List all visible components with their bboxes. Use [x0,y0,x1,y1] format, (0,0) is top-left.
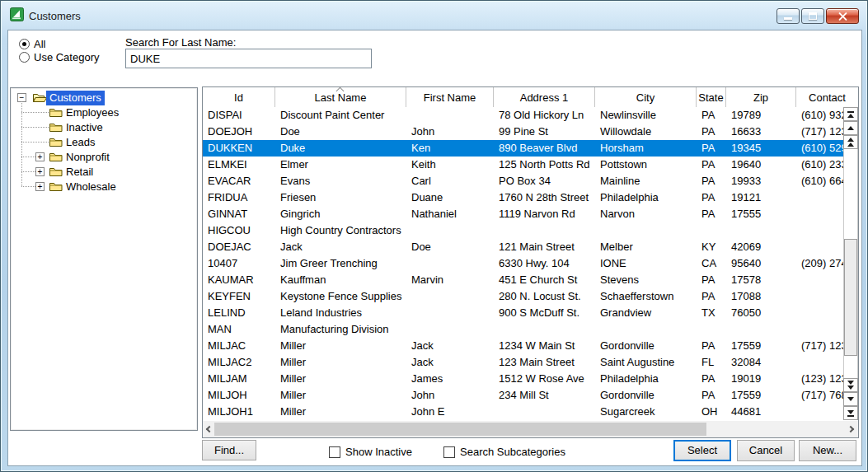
tree-item-retail[interactable]: +Retail [11,164,197,179]
tree-item-leads[interactable]: Leads [11,134,197,149]
table-cell: PA [697,107,726,124]
table-cell: John [406,124,494,140]
table-cell: 19640 [726,157,796,173]
table-row[interactable]: KAUMARKauffmanMarvin451 E Church StSteve… [203,272,843,288]
tree-item-wholesale[interactable]: +Wholesale [11,179,197,194]
page-up-button[interactable] [843,135,858,149]
table-cell: 19933 [726,173,796,189]
titlebar[interactable]: Customers [1,1,867,29]
minimize-button[interactable] [777,8,800,24]
table-cell: (717) 123-1 [796,338,843,354]
scroll-left-button[interactable] [203,421,214,437]
horizontal-scroll-track[interactable] [214,421,847,437]
vertical-scroll-thumb[interactable] [844,239,857,356]
double-down-arrow-icon [847,381,854,385]
table-cell: MILJOH1 [203,404,275,420]
search-last-name-input[interactable] [125,49,372,68]
radio-use-category[interactable] [19,52,30,63]
show-inactive-checkbox[interactable] [329,446,340,458]
table-row[interactable]: GINNATGingrichNathaniel1119 Narvon RdNar… [203,206,843,222]
table-cell: Doe [275,124,406,140]
table-row[interactable]: MILJOHMillerJohn234 Mill StGordonvillePA… [203,387,843,404]
column-header-address-1[interactable]: Address 1 [494,87,595,107]
table-row[interactable]: FRIDUAFriesenDuane1760 N 28th StreetPhil… [203,189,843,206]
scroll-right-button[interactable] [847,421,858,437]
horizontal-scrollbar[interactable] [203,421,858,437]
column-header-zip[interactable]: Zip [726,87,796,107]
expand-icon[interactable]: + [35,182,45,191]
table-cell: (610) 664-3 [796,173,843,189]
vertical-scroll-track[interactable] [843,149,858,378]
table-cell: James [406,371,494,387]
table-cell: GINNAT [203,206,275,222]
table-cell: Keith [406,157,494,173]
table-cell: 17559 [726,387,796,404]
column-header-state[interactable]: State [697,87,726,107]
table-cell: Elmer [275,157,406,173]
table-cell: 234 Mill St [494,387,595,404]
table-cell: 123 Main Street [494,354,595,371]
close-button[interactable] [826,8,859,24]
table-row[interactable]: MILJACMillerJack1234 W Main StGordonvill… [203,338,843,354]
table-row[interactable]: DOEJACJackDoe121 Main StreetMelberKY4206… [203,239,843,255]
table-row[interactable]: MILJAC2MillerJack123 Main StreetSaint Au… [203,354,843,371]
tree-item-customers[interactable]: −Customers [11,90,197,105]
radio-all[interactable] [19,39,30,49]
tree-item-inactive[interactable]: Inactive [11,119,197,134]
table-row[interactable]: DUKKENDukeKen890 Beaver BlvdHorshamPA193… [203,140,843,157]
table-cell [494,321,595,338]
scroll-to-bottom-button[interactable] [843,406,858,420]
vertical-scrollbar[interactable] [843,107,858,420]
page-down-button[interactable] [843,378,858,392]
table-cell: Leland Industries [275,305,406,321]
table-row[interactable]: 10407Jim Greer Trenching6330 Hwy. 104ION… [203,255,843,272]
tree-item-nonprofit[interactable]: +Nonprofit [11,149,197,164]
table-cell: Friesen [275,189,406,206]
column-header-id[interactable]: Id [203,87,275,107]
horizontal-scroll-thumb[interactable] [214,423,706,436]
table-cell: PA [697,124,726,140]
table-row[interactable]: MILJOH1MillerJohn ESugarcreekOH44681 [203,404,843,420]
table-cell: 10407 [203,255,275,272]
table-row[interactable]: DISPAIDiscount Paint Center78 Old Hickor… [203,107,843,124]
column-header-label: Zip [753,91,768,104]
table-row[interactable]: KEYFENKeystone Fence Supplies280 N. Locu… [203,288,843,305]
table-cell: Horsham [595,140,697,157]
table-cell: DUKKEN [203,140,275,157]
scroll-down-button[interactable] [843,392,858,406]
column-header-first-name[interactable]: First Name [406,87,494,107]
column-header-last-name[interactable]: Last Name [275,87,406,107]
expand-icon[interactable]: + [35,167,45,176]
table-cell: MAN [203,321,275,338]
table-cell: EVACAR [203,173,275,189]
find-button[interactable]: Find... [202,440,256,460]
table-row[interactable]: EVACAREvansCarlPO Box 34MainlinePA19933(… [203,173,843,189]
tree-item-employees[interactable]: Employees [11,105,197,119]
new-button[interactable]: New... [799,440,856,461]
scroll-to-top-button[interactable] [843,107,858,121]
table-cell: Gingrich [275,206,406,222]
cancel-button[interactable]: Cancel [737,440,795,461]
select-button[interactable]: Select [673,440,731,461]
table-row[interactable]: DOEJOHDoeJohn99 Pine StWillowdalePA16633… [203,124,843,140]
table-row[interactable]: HIGCOUHigh Country Contractors [203,222,843,239]
table-row[interactable]: MILJAMMillerJames1512 W Rose AvePhiladel… [203,371,843,387]
maximize-button[interactable] [801,8,824,24]
customers-window: Customers All Use Category Search For La… [0,0,868,472]
scroll-up-button[interactable] [843,121,858,135]
up-arrow-icon [847,126,854,130]
table-cell: (717) 123-4 [796,124,843,140]
table-cell: MILJAC2 [203,354,275,371]
search-subcategories-checkbox[interactable] [443,446,455,458]
table-cell: Philadelphia [595,189,697,206]
column-header-contact[interactable]: Contact [796,87,858,107]
table-cell: Saint Augustine [595,354,697,371]
table-row[interactable]: ELMKEIElmerKeith125 North Potts RdPottst… [203,157,843,173]
tree-connector [21,142,49,143]
tree-item-label: Customers [46,91,105,105]
table-cell: PO Box 34 [494,173,595,189]
column-header-city[interactable]: City [595,87,697,107]
expand-icon[interactable]: + [35,152,45,161]
table-row[interactable]: MANManufacturing Division [203,321,843,338]
table-row[interactable]: LELINDLeland Industries900 S McDuff St.G… [203,305,843,321]
